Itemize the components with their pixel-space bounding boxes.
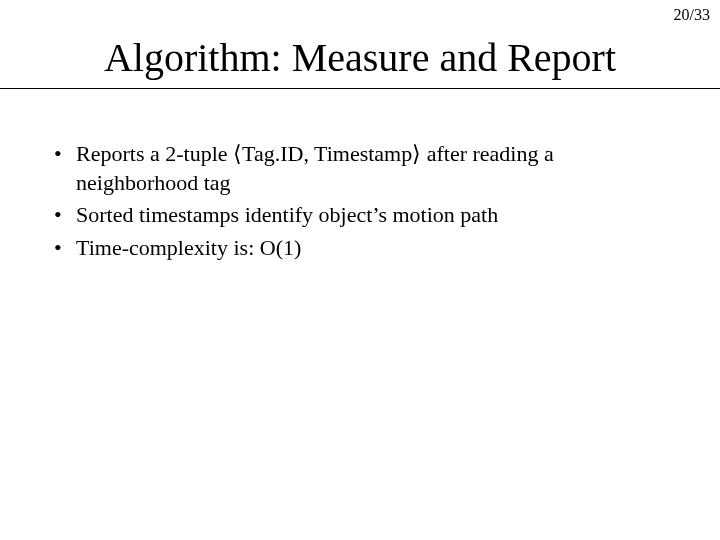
page-number: 20/33 <box>674 6 710 24</box>
list-item: Time-complexity is: O(1) <box>50 234 670 263</box>
slide-title: Algorithm: Measure and Report <box>0 34 720 81</box>
content-area: Reports a 2-tuple ⟨Tag.ID, Timestamp⟩ af… <box>50 140 670 266</box>
list-item: Reports a 2-tuple ⟨Tag.ID, Timestamp⟩ af… <box>50 140 670 197</box>
title-underline <box>0 88 720 89</box>
list-item: Sorted timestamps identify object’s moti… <box>50 201 670 230</box>
slide: 20/33 Algorithm: Measure and Report Repo… <box>0 0 720 540</box>
bullet-list: Reports a 2-tuple ⟨Tag.ID, Timestamp⟩ af… <box>50 140 670 262</box>
